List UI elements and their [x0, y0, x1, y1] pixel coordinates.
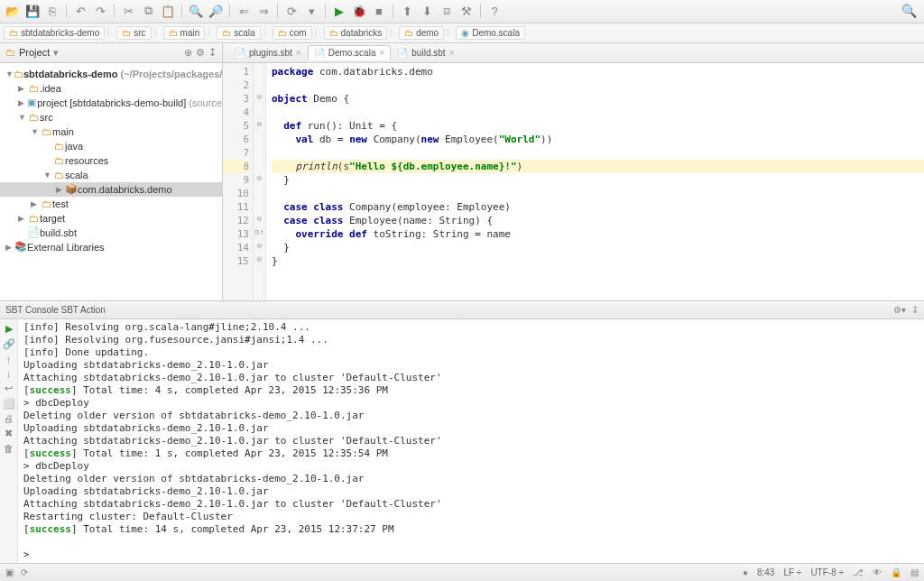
tree-node[interactable]: ▶📦com.databricks.demo: [0, 182, 222, 197]
gear-icon[interactable]: ⚙▾: [893, 305, 906, 315]
cut-icon[interactable]: ✂: [119, 2, 137, 20]
breadcrumb-item[interactable]: 🗀scala: [217, 26, 260, 40]
undo-icon[interactable]: ↶: [71, 2, 89, 20]
project-tree[interactable]: ▼🗀sbtdatabricks-demo (~/Projects/package…: [0, 63, 222, 258]
tree-node[interactable]: ▶🗀test: [0, 197, 222, 211]
line-gutter: 123456789101112131415: [223, 63, 254, 301]
breadcrumb-item[interactable]: 🗀src: [116, 26, 151, 40]
editor-tab[interactable]: 📄plugins.sbt×: [228, 45, 308, 60]
forward-icon[interactable]: ⇒: [254, 2, 273, 20]
line-separator[interactable]: LF ÷: [783, 567, 801, 577]
editor-panel: 📄plugins.sbt×📄Demo.scala×📄build.sbt× 123…: [223, 43, 924, 301]
tree-node[interactable]: ▼🗀scala: [0, 168, 222, 182]
lock-icon[interactable]: 🔒: [891, 567, 901, 577]
help-icon[interactable]: ?: [485, 2, 504, 20]
cursor-position: 8:43: [757, 567, 774, 577]
tree-node[interactable]: ▶▣project [sbtdatabricks-demo-build] (so…: [0, 96, 222, 110]
run-indicator-icon[interactable]: ●: [743, 567, 748, 577]
vcs-commit-icon[interactable]: ⬇: [418, 2, 436, 20]
attach-icon[interactable]: 🔗: [3, 338, 15, 350]
print-icon[interactable]: 🖨: [4, 413, 14, 424]
tree-node[interactable]: ▶🗀target: [0, 211, 222, 226]
wrap-icon[interactable]: ↩: [5, 383, 13, 394]
scroll-icon[interactable]: ⬜: [3, 398, 15, 410]
tree-node[interactable]: ▶🗀.idea: [0, 81, 222, 96]
export-icon[interactable]: ⎘: [43, 2, 61, 20]
tree-node[interactable]: ▶📚External Libraries: [0, 240, 222, 254]
tree-node[interactable]: ▼🗀sbtdatabricks-demo (~/Projects/package…: [0, 67, 222, 81]
zoom-in-icon[interactable]: 🔍: [187, 2, 205, 20]
debug-icon[interactable]: 🐞: [350, 2, 368, 20]
folder-icon: 🗀: [5, 47, 15, 58]
run-icon[interactable]: ▶: [330, 2, 348, 20]
tree-node[interactable]: 🗀resources: [0, 153, 222, 168]
project-header: 🗀 Project ▾ ⊕ ⚙ ↧: [0, 43, 222, 63]
down-icon[interactable]: ↓: [6, 368, 12, 379]
close-icon[interactable]: ×: [379, 48, 384, 58]
minimize-icon[interactable]: ↧: [208, 47, 217, 59]
gutter-marks: ⊖⊖⊖⊖o↑⊖⊖: [254, 63, 266, 301]
rerun-icon[interactable]: ▶: [5, 323, 13, 335]
up-icon[interactable]: ↑: [6, 354, 12, 364]
git-icon[interactable]: ⎇: [853, 567, 864, 577]
progress-icon: ⟳: [21, 567, 28, 577]
console-header: SBT Console SBT Action ⚙▾ ↧: [0, 301, 924, 319]
vcs-update-icon[interactable]: ⬆: [398, 2, 416, 20]
build-icon[interactable]: ⚒: [457, 2, 476, 20]
status-bar: ▣ ⟳ ● 8:43 LF ÷ UTF-8 ÷ ⎇ 👁 🔒 ▤: [0, 563, 924, 581]
clear-icon[interactable]: ✖: [5, 428, 13, 439]
editor[interactable]: 123456789101112131415 ⊖⊖⊖⊖o↑⊖⊖ package c…: [223, 63, 924, 301]
tree-node[interactable]: ▼🗀src: [0, 110, 222, 124]
trash-icon[interactable]: 🗑: [4, 443, 14, 454]
back-icon[interactable]: ⇐: [235, 2, 253, 20]
tree-node[interactable]: ▼🗀main: [0, 124, 222, 139]
editor-tab[interactable]: 📄Demo.scala×: [308, 45, 392, 60]
breadcrumb-item[interactable]: 🗀sbtdatabricks-demo: [4, 26, 105, 40]
code-area[interactable]: package com.databricks.demoobject Demo {…: [266, 63, 924, 301]
project-title: Project: [19, 47, 50, 58]
inspect-icon[interactable]: 👁: [873, 567, 882, 577]
breadcrumb-item[interactable]: 🗀databricks: [324, 26, 388, 40]
close-icon[interactable]: ×: [449, 48, 455, 58]
project-tool-window: 🗀 Project ▾ ⊕ ⚙ ↧ ▼🗀sbtdatabricks-demo (…: [0, 43, 223, 301]
editor-tabs: 📄plugins.sbt×📄Demo.scala×📄build.sbt×: [223, 43, 924, 63]
console-output[interactable]: [info] Resolving org.scala-lang#jline;2.…: [18, 319, 924, 563]
sync-icon[interactable]: ⟳: [282, 2, 300, 20]
memory-icon[interactable]: ▤: [910, 567, 919, 577]
settings-icon[interactable]: ⚙: [196, 47, 205, 59]
open-icon[interactable]: 📂: [4, 2, 22, 20]
breadcrumb-item[interactable]: 🗀demo: [399, 26, 444, 40]
search-icon[interactable]: 🔍: [901, 4, 920, 18]
copy-icon[interactable]: ⧉: [139, 2, 157, 20]
stop-icon[interactable]: ■: [370, 2, 388, 20]
close-icon[interactable]: ×: [296, 48, 301, 58]
redo-icon[interactable]: ↷: [91, 2, 109, 20]
dropdown-icon[interactable]: ▾: [53, 47, 59, 59]
breadcrumb-item[interactable]: 🗀com: [273, 26, 312, 40]
console-title: SBT Console SBT Action: [5, 305, 106, 315]
vcs-stash-icon[interactable]: ⧈: [438, 2, 456, 20]
console-toolbar: ▶ 🔗 ↑ ↓ ↩ ⬜ 🖨 ✖ 🗑: [0, 319, 18, 563]
zoom-out-icon[interactable]: 🔎: [207, 2, 225, 20]
breadcrumb: 🗀sbtdatabricks-demo〉🗀src〉🗀main〉🗀scala〉🗀c…: [0, 23, 924, 43]
save-icon[interactable]: 💾: [23, 2, 42, 20]
breadcrumb-item[interactable]: 🗀main: [163, 26, 206, 40]
console-body: ▶ 🔗 ↑ ↓ ↩ ⬜ 🖨 ✖ 🗑 [info] Resolving org.s…: [0, 319, 924, 563]
dropdown-icon[interactable]: ▾: [302, 2, 320, 20]
paste-icon[interactable]: 📋: [159, 2, 177, 20]
tree-node[interactable]: 📄build.sbt: [0, 226, 222, 240]
status-icon[interactable]: ▣: [5, 567, 14, 577]
editor-tab[interactable]: 📄build.sbt×: [391, 45, 460, 60]
tree-node[interactable]: 🗀java: [0, 139, 222, 153]
breadcrumb-item[interactable]: ◉Demo.scala: [456, 26, 525, 40]
collapse-icon[interactable]: ⊕: [184, 47, 192, 59]
encoding[interactable]: UTF-8 ÷: [810, 567, 844, 577]
minimize-icon[interactable]: ↧: [911, 305, 919, 315]
main-toolbar: 📂 💾 ⎘ ↶ ↷ ✂ ⧉ 📋 🔍 🔎 ⇐ ⇒ ⟳ ▾ ▶ 🐞 ■ ⬆ ⬇ ⧈ …: [0, 0, 924, 23]
